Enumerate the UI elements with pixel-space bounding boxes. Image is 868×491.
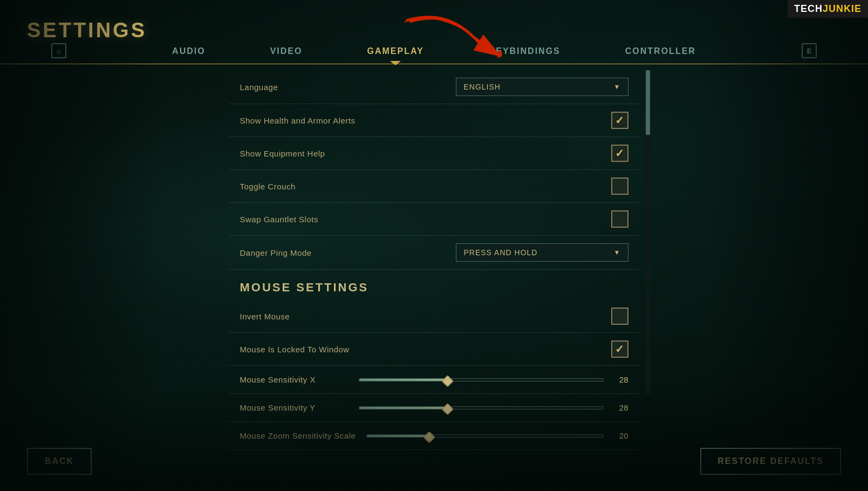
- health-armor-setting: Show Health and Armor Alerts: [229, 104, 639, 137]
- sensitivity-y-fill: [359, 407, 445, 409]
- language-label: Language: [240, 83, 278, 92]
- restore-defaults-button[interactable]: RESTORE DEFAULTS: [700, 448, 841, 475]
- swap-gauntlet-setting: Swap Gauntlet Slots: [229, 203, 639, 236]
- language-dropdown[interactable]: ENGLISH ▼: [456, 78, 628, 96]
- brand-tech: TECH: [794, 3, 823, 14]
- main-content: Language ENGLISH ▼ Show Health and Armor…: [229, 70, 639, 459]
- health-armor-label: Show Health and Armor Alerts: [240, 116, 356, 125]
- sensitivity-x-track[interactable]: [359, 378, 604, 381]
- equipment-help-setting: Show Equipment Help: [229, 137, 639, 170]
- scrollbar-thumb[interactable]: [646, 70, 650, 135]
- invert-mouse-label: Invert Mouse: [240, 312, 290, 321]
- danger-ping-dropdown[interactable]: PRESS AND HOLD ▼: [456, 243, 628, 262]
- danger-ping-label: Danger Ping Mode: [240, 248, 312, 257]
- vignette-right: [706, 0, 868, 491]
- vignette-left: [0, 0, 162, 491]
- invert-mouse-checkbox[interactable]: [611, 308, 628, 325]
- zoom-sensitivity-setting: Mouse Zoom Sensitivity Scale 20: [229, 422, 639, 450]
- sensitivity-x-setting: Mouse Sensitivity X 28: [229, 366, 639, 394]
- toggle-crouch-setting: Toggle Crouch: [229, 170, 639, 203]
- zoom-sensitivity-thumb[interactable]: [423, 431, 435, 444]
- back-button[interactable]: BACK: [27, 448, 92, 475]
- tab-controller[interactable]: CONTROLLER: [593, 39, 728, 64]
- sensitivity-y-setting: Mouse Sensitivity Y 28: [229, 394, 639, 422]
- sensitivity-x-thumb[interactable]: [441, 375, 454, 387]
- invert-mouse-setting: Invert Mouse: [229, 300, 639, 333]
- swap-gauntlet-label: Swap Gauntlet Slots: [240, 215, 318, 224]
- dropdown-arrow-icon: ▼: [614, 83, 620, 91]
- equipment-help-checkbox[interactable]: [611, 145, 628, 162]
- tab-keybindings[interactable]: KEYBINDINGS: [456, 39, 593, 64]
- sensitivity-x-slider-container: 28: [359, 375, 628, 384]
- tab-audio[interactable]: AUDIO: [140, 39, 238, 64]
- zoom-sensitivity-value: 20: [612, 431, 628, 440]
- language-value: ENGLISH: [464, 83, 501, 91]
- zoom-sensitivity-label: Mouse Zoom Sensitivity Scale: [240, 431, 356, 440]
- settings-screen: TECHJUNKIE SETTINGS ⌕ AUDIO VIDEO GAMEPL…: [0, 0, 868, 491]
- sensitivity-x-fill: [359, 379, 445, 381]
- tab-navigation: AUDIO VIDEO GAMEPLAY KEYBINDINGS CONTROL…: [0, 39, 868, 64]
- zoom-sensitivity-slider-container: 20: [366, 431, 628, 440]
- equipment-help-label: Show Equipment Help: [240, 149, 325, 158]
- tab-gameplay[interactable]: GAMEPLAY: [334, 39, 456, 64]
- sensitivity-y-slider-container: 28: [359, 403, 628, 412]
- toggle-crouch-label: Toggle Crouch: [240, 182, 296, 191]
- zoom-sensitivity-fill: [367, 435, 426, 437]
- e-key-icon[interactable]: E: [802, 43, 817, 58]
- toggle-crouch-checkbox[interactable]: [611, 178, 628, 195]
- sensitivity-y-label: Mouse Sensitivity Y: [240, 403, 348, 412]
- mouse-locked-checkbox[interactable]: [611, 340, 628, 358]
- zoom-sensitivity-track[interactable]: [366, 434, 603, 438]
- sensitivity-y-thumb[interactable]: [441, 403, 454, 415]
- sensitivity-y-track[interactable]: [359, 406, 604, 410]
- swap-gauntlet-checkbox[interactable]: [611, 210, 628, 228]
- tab-video[interactable]: VIDEO: [238, 39, 335, 64]
- mouse-locked-setting: Mouse Is Locked To Window: [229, 333, 639, 366]
- scrollbar[interactable]: [646, 70, 650, 394]
- brand-junkie: JUNKIE: [823, 3, 862, 14]
- danger-ping-value: PRESS AND HOLD: [464, 248, 538, 257]
- controller-settings-header: CONTROLLER SETTINGS: [229, 450, 639, 459]
- brand-logo: TECHJUNKIE: [788, 0, 868, 18]
- mouse-settings-header: MOUSE SETTINGS: [229, 270, 639, 300]
- sensitivity-x-label: Mouse Sensitivity X: [240, 375, 348, 384]
- language-setting: Language ENGLISH ▼: [229, 70, 639, 104]
- health-armor-checkbox[interactable]: [611, 112, 628, 129]
- sensitivity-y-value: 28: [612, 403, 628, 412]
- dropdown-arrow-danger-icon: ▼: [614, 249, 620, 256]
- mouse-locked-label: Mouse Is Locked To Window: [240, 345, 350, 354]
- sensitivity-x-value: 28: [612, 375, 628, 384]
- danger-ping-setting: Danger Ping Mode PRESS AND HOLD ▼: [229, 236, 639, 270]
